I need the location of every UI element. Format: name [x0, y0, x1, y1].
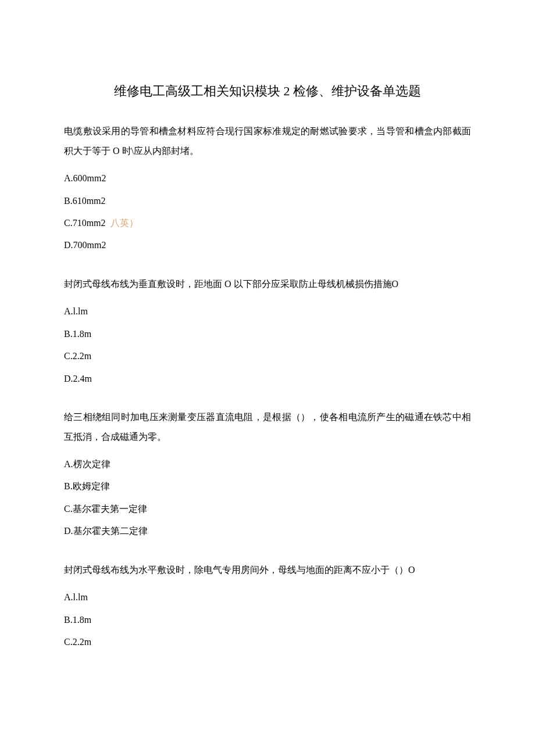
option-annotation: 八英） [108, 218, 138, 228]
option-a: A.l.lm [64, 586, 471, 608]
option-label: B.610mm2 [64, 196, 106, 206]
option-label: A.l.lm [64, 306, 88, 316]
option-d: D.2.4m [64, 368, 471, 390]
option-b: B.1.8m [64, 323, 471, 345]
option-label: C.2.2m [64, 351, 91, 361]
option-c: C.2.2m [64, 631, 471, 653]
question-text: 封闭式母线布线为垂直敷设时，距地面 O 以下部分应采取防止母线机械损伤措施O [64, 274, 471, 294]
option-label: D.700mm2 [64, 240, 106, 250]
question-block: 封闭式母线布线为垂直敷设时，距地面 O 以下部分应采取防止母线机械损伤措施O A… [64, 274, 471, 390]
question-block: 封闭式母线布线为水平敷设时，除电气专用房间外，母线与地面的距离不应小于（）O A… [64, 560, 471, 654]
option-a: A.600mm2 [64, 167, 471, 189]
option-d: D.700mm2 [64, 234, 471, 256]
option-b: B.610mm2 [64, 190, 471, 212]
option-label: B.1.8m [64, 329, 91, 339]
option-c: C.710mm2 八英） [64, 212, 471, 234]
option-label: C.710mm2 [64, 218, 106, 228]
option-d: D.基尔霍夫第二定律 [64, 520, 471, 542]
option-b: B.1.8m [64, 609, 471, 631]
question-text: 封闭式母线布线为水平敷设时，除电气专用房间外，母线与地面的距离不应小于（）O [64, 560, 471, 580]
option-a: A.l.lm [64, 300, 471, 323]
option-c: C.基尔霍夫第一定律 [64, 498, 471, 520]
option-c: C.2.2m [64, 345, 471, 367]
question-text: 电缆敷设采用的导管和槽盒材料应符合现行国家标准规定的耐燃试验要求，当导管和槽盒内… [64, 121, 471, 160]
question-block: 给三相绕组同时加电压来测量变压器直流电阻，是根据（），使各相电流所产生的磁通在铁… [64, 407, 471, 543]
option-label: A.l.lm [64, 592, 88, 602]
option-label: A.楞次定律 [64, 459, 110, 469]
option-label: A.600mm2 [64, 173, 106, 183]
option-label: C.2.2m [64, 637, 91, 647]
option-label: C.基尔霍夫第一定律 [64, 504, 147, 514]
option-a: A.楞次定律 [64, 453, 471, 475]
page-title: 维修电工高级工相关知识模块 2 检修、维护设备单选题 [64, 81, 471, 101]
option-b: B.欧姆定律 [64, 475, 471, 497]
question-block: 电缆敷设采用的导管和槽盒材料应符合现行国家标准规定的耐燃试验要求，当导管和槽盒内… [64, 121, 471, 257]
option-label: B.欧姆定律 [64, 481, 110, 491]
option-label: B.1.8m [64, 615, 91, 625]
option-label: D.2.4m [64, 374, 92, 384]
question-text: 给三相绕组同时加电压来测量变压器直流电阻，是根据（），使各相电流所产生的磁通在铁… [64, 407, 471, 446]
option-label: D.基尔霍夫第二定律 [64, 526, 148, 536]
